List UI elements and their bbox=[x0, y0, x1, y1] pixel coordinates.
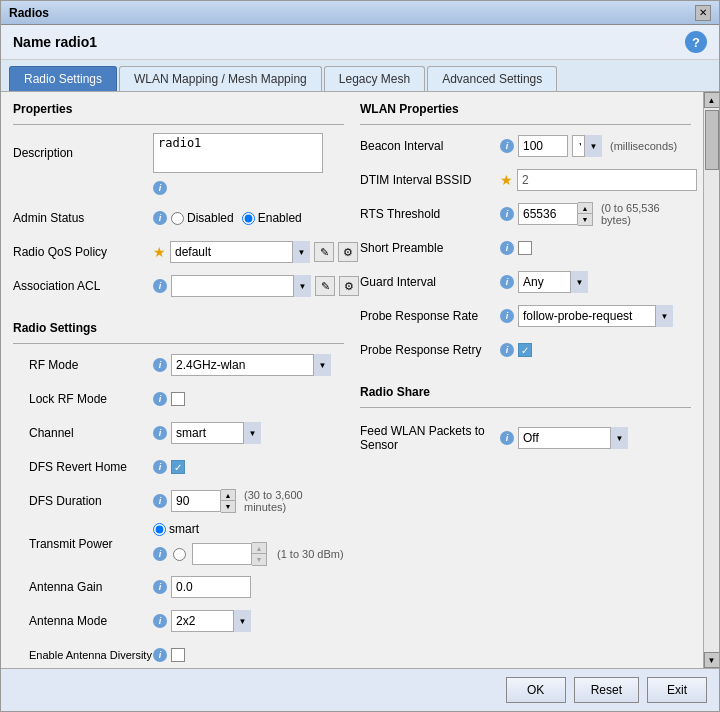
dfs-duration-up-button[interactable]: ▲ bbox=[221, 490, 235, 501]
antenna-mode-controls: i 2x2 ▼ bbox=[153, 610, 344, 632]
dtim-interval-label: DTIM Interval BSSID bbox=[360, 173, 500, 187]
antenna-diversity-info-icon[interactable]: i bbox=[153, 648, 167, 662]
rf-mode-label: RF Mode bbox=[13, 358, 153, 372]
feed-wlan-packets-row: Feed WLAN Packets to Sensor i Off On ▼ bbox=[360, 424, 691, 452]
lock-rf-mode-checkbox[interactable] bbox=[171, 392, 185, 406]
dfs-duration-input[interactable] bbox=[171, 490, 221, 512]
tab-advanced-settings[interactable]: Advanced Settings bbox=[427, 66, 557, 91]
guard-interval-select-wrapper: Any ▼ bbox=[518, 271, 588, 293]
acl-info-icon[interactable]: i bbox=[153, 279, 167, 293]
admin-status-info-icon[interactable]: i bbox=[153, 211, 167, 225]
properties-section-title: Properties bbox=[13, 102, 344, 116]
transmit-manual-input[interactable] bbox=[192, 543, 252, 565]
dfs-duration-label: DFS Duration bbox=[13, 494, 153, 508]
lock-rf-mode-info-icon[interactable]: i bbox=[153, 392, 167, 406]
description-input[interactable]: radio1 bbox=[153, 133, 323, 173]
dfs-revert-home-info-icon[interactable]: i bbox=[153, 460, 167, 474]
dfs-duration-info-icon[interactable]: i bbox=[153, 494, 167, 508]
short-preamble-label: Short Preamble bbox=[360, 241, 500, 255]
transmit-smart-text: smart bbox=[169, 522, 199, 536]
transmit-manual-spinner: ▲ ▼ bbox=[252, 542, 267, 566]
rf-mode-dropdown[interactable]: 2.4GHz-wlan bbox=[171, 354, 331, 376]
rts-threshold-controls: i ▲ ▼ (0 to 65,536 bytes) bbox=[500, 202, 691, 226]
channel-dropdown[interactable]: smart bbox=[171, 422, 261, 444]
probe-response-retry-checkbox[interactable]: ✓ bbox=[518, 343, 532, 357]
exit-button[interactable]: Exit bbox=[647, 677, 707, 703]
transmit-power-controls: smart i ▲ bbox=[153, 522, 344, 566]
enabled-radio-label[interactable]: Enabled bbox=[242, 211, 302, 225]
beacon-interval-info-icon[interactable]: i bbox=[500, 139, 514, 153]
short-preamble-info-icon[interactable]: i bbox=[500, 241, 514, 255]
dfs-duration-down-button[interactable]: ▼ bbox=[221, 501, 235, 512]
acl-gear-icon[interactable]: ⚙ bbox=[339, 276, 359, 296]
scroll-down-button[interactable]: ▼ bbox=[704, 652, 720, 668]
qos-policy-dropdown[interactable]: default bbox=[170, 241, 310, 263]
scrollbar-thumb[interactable] bbox=[705, 110, 719, 170]
ok-button[interactable]: OK bbox=[506, 677, 566, 703]
guard-interval-row: Guard Interval i Any ▼ bbox=[360, 269, 691, 295]
rts-threshold-input[interactable] bbox=[518, 203, 578, 225]
transmit-manual-label[interactable] bbox=[173, 548, 186, 561]
help-button[interactable]: ? bbox=[685, 31, 707, 53]
short-preamble-row: Short Preamble i bbox=[360, 235, 691, 261]
transmit-smart-radio[interactable] bbox=[153, 523, 166, 536]
antenna-diversity-checkbox[interactable] bbox=[171, 648, 185, 662]
name-label: Name radio1 bbox=[13, 34, 97, 50]
beacon-unit-dropdown[interactable]: ▼ bbox=[572, 135, 602, 157]
dtim-interval-controls: ★ bbox=[500, 169, 697, 191]
transmit-power-info-icon[interactable]: i bbox=[153, 547, 167, 561]
dtim-interval-input[interactable] bbox=[517, 169, 697, 191]
disabled-radio[interactable] bbox=[171, 212, 184, 225]
feed-wlan-packets-dropdown[interactable]: Off On bbox=[518, 427, 628, 449]
enabled-radio[interactable] bbox=[242, 212, 255, 225]
rts-up-button[interactable]: ▲ bbox=[578, 203, 592, 214]
description-info-icon[interactable]: i bbox=[153, 181, 167, 195]
acl-dropdown[interactable] bbox=[171, 275, 311, 297]
transmit-down-button[interactable]: ▼ bbox=[252, 554, 266, 565]
scroll-up-button[interactable]: ▲ bbox=[704, 92, 720, 108]
disabled-radio-label[interactable]: Disabled bbox=[171, 211, 234, 225]
qos-select-wrapper: default ▼ bbox=[170, 241, 310, 263]
antenna-mode-dropdown[interactable]: 2x2 bbox=[171, 610, 251, 632]
transmit-manual-radio[interactable] bbox=[173, 548, 186, 561]
guard-interval-label: Guard Interval bbox=[360, 275, 500, 289]
probe-response-retry-info-icon[interactable]: i bbox=[500, 343, 514, 357]
guard-interval-info-icon[interactable]: i bbox=[500, 275, 514, 289]
dfs-revert-home-checkbox[interactable]: ✓ bbox=[171, 460, 185, 474]
reset-button[interactable]: Reset bbox=[574, 677, 639, 703]
probe-response-rate-dropdown[interactable]: follow-probe-request bbox=[518, 305, 673, 327]
tab-wlan-mapping[interactable]: WLAN Mapping / Mesh Mapping bbox=[119, 66, 322, 91]
close-button[interactable]: ✕ bbox=[695, 5, 711, 21]
rts-down-button[interactable]: ▼ bbox=[578, 214, 592, 225]
channel-select-wrapper: smart ▼ bbox=[171, 422, 261, 444]
tab-legacy-mesh[interactable]: Legacy Mesh bbox=[324, 66, 425, 91]
channel-label: Channel bbox=[13, 426, 153, 440]
transmit-up-button[interactable]: ▲ bbox=[252, 543, 266, 554]
qos-gear-icon[interactable]: ⚙ bbox=[338, 242, 358, 262]
dfs-revert-home-label: DFS Revert Home bbox=[13, 460, 153, 474]
association-acl-label: Association ACL bbox=[13, 279, 153, 293]
qos-edit-icon[interactable]: ✎ bbox=[314, 242, 334, 262]
acl-edit-icon[interactable]: ✎ bbox=[315, 276, 335, 296]
guard-interval-dropdown[interactable]: Any bbox=[518, 271, 588, 293]
probe-response-retry-controls: i ✓ bbox=[500, 343, 691, 357]
rf-mode-info-icon[interactable]: i bbox=[153, 358, 167, 372]
antenna-gain-info-icon[interactable]: i bbox=[153, 580, 167, 594]
antenna-mode-info-icon[interactable]: i bbox=[153, 614, 167, 628]
beacon-interval-input[interactable] bbox=[518, 135, 568, 157]
radio-share-section-title: Radio Share bbox=[360, 385, 691, 399]
scrollbar[interactable]: ▲ ▼ bbox=[703, 92, 719, 668]
feed-wlan-packets-info-icon[interactable]: i bbox=[500, 431, 514, 445]
rts-threshold-info-icon[interactable]: i bbox=[500, 207, 514, 221]
tab-radio-settings[interactable]: Radio Settings bbox=[9, 66, 117, 91]
probe-response-rate-info-icon[interactable]: i bbox=[500, 309, 514, 323]
channel-info-icon[interactable]: i bbox=[153, 426, 167, 440]
description-info-row: i bbox=[13, 175, 344, 201]
short-preamble-checkbox[interactable] bbox=[518, 241, 532, 255]
transmit-smart-label[interactable]: smart bbox=[153, 522, 199, 536]
rf-mode-row: RF Mode i 2.4GHz-wlan ▼ bbox=[13, 352, 344, 378]
probe-response-rate-row: Probe Response Rate i follow-probe-reque… bbox=[360, 303, 691, 329]
antenna-gain-input[interactable] bbox=[171, 576, 251, 598]
antenna-gain-controls: i bbox=[153, 576, 344, 598]
name-bar: Name radio1 ? bbox=[1, 25, 719, 60]
